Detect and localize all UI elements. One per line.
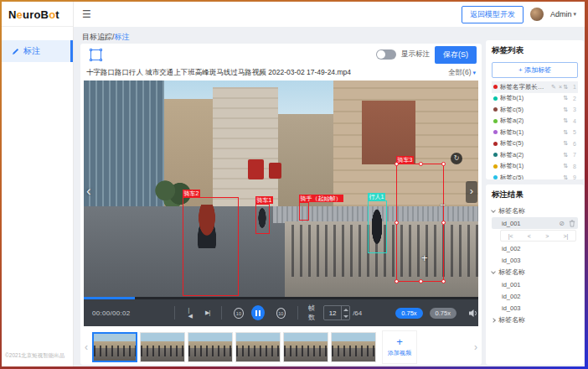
filmstrip-left-chevron[interactable]: ‹: [80, 341, 92, 353]
label-index: 5: [570, 129, 576, 135]
result-id: id_002: [502, 293, 521, 300]
chevron-down-icon: ▾: [472, 70, 476, 76]
stepper-down-icon[interactable]: [342, 313, 349, 320]
filmstrip-right-chevron[interactable]: ›: [470, 341, 482, 353]
video-thumbnail[interactable]: [188, 332, 233, 362]
frame-number-input[interactable]: [324, 306, 341, 320]
save-button[interactable]: 保存(S): [435, 46, 477, 64]
prev-frame-chevron[interactable]: ‹: [86, 183, 91, 200]
sort-icon[interactable]: ⇅: [563, 117, 568, 124]
video-thumbnail[interactable]: [235, 332, 281, 362]
bbox-rider-start-frame[interactable]: 骑手（起始帧）: [299, 202, 309, 221]
collapse-menu-icon[interactable]: ☰: [82, 8, 91, 20]
resize-handle[interactable]: [441, 279, 446, 283]
resize-handle[interactable]: [419, 279, 423, 283]
chevron-down-icon: [491, 269, 496, 274]
resize-handle[interactable]: [395, 162, 399, 166]
back-to-model-dev-button[interactable]: 返回模型开发: [462, 6, 524, 23]
pause-button[interactable]: [251, 305, 265, 320]
video-thumbnail[interactable]: [140, 332, 185, 362]
sort-icon[interactable]: ⇅: [563, 107, 568, 113]
volume-icon[interactable]: [468, 309, 478, 318]
video-frame[interactable]: 骑车2 骑车1 骑手（起始帧） 行人1 骑车3: [84, 81, 478, 299]
prev-frame-button[interactable]: |◀: [188, 307, 192, 320]
stepper-up-icon[interactable]: [342, 306, 349, 313]
user-menu[interactable]: Admin▾: [550, 10, 576, 18]
frames-label: 帧数: [308, 304, 320, 322]
pager-prev-icon[interactable]: <: [526, 233, 533, 239]
result-group-header[interactable]: 标签名称: [492, 314, 578, 326]
label-row[interactable]: 标签c(5) ⇅ 6: [492, 138, 578, 150]
label-list-panel: 标签列表 + 添加标签 标签名字最长数... ✎ × ⇅ 1 标签b(1) ⇅ …: [486, 40, 584, 179]
result-item[interactable]: id_002: [492, 242, 578, 254]
pager-next-icon[interactable]: >: [544, 233, 550, 239]
video-thumbnail[interactable]: [283, 332, 328, 362]
logo-text: uro: [23, 8, 41, 21]
result-item[interactable]: id_003: [492, 254, 578, 266]
add-label-button[interactable]: + 添加标签: [492, 62, 578, 78]
plus-icon: +: [396, 337, 403, 347]
result-group-header[interactable]: 标签名称: [492, 266, 578, 278]
resize-handle[interactable]: [441, 221, 446, 225]
sort-icon[interactable]: ⇅: [563, 163, 568, 169]
video-thumbnail[interactable]: [92, 332, 137, 362]
forward-10-icon[interactable]: 10: [276, 308, 286, 319]
next-frame-button[interactable]: ▶|: [205, 309, 209, 316]
speed-pill-muted[interactable]: 0.75x: [430, 308, 456, 319]
show-annotations-toggle[interactable]: [376, 49, 396, 60]
label-row[interactable]: 标签c(5) ⇅ 3: [492, 104, 578, 116]
resize-handle[interactable]: [395, 279, 399, 283]
result-item[interactable]: id_001: [492, 278, 578, 290]
result-group-header[interactable]: 标签名称: [492, 205, 578, 217]
hide-icon[interactable]: ⊘: [559, 220, 565, 227]
result-item[interactable]: id_002: [492, 290, 578, 302]
label-row[interactable]: 标签名字最长数... ✎ × ⇅ 1: [492, 81, 578, 93]
rect-select-tool-icon[interactable]: [90, 49, 101, 60]
video-thumbnail[interactable]: [331, 332, 376, 362]
toolbar-right: 显示标注 保存(S): [376, 46, 477, 64]
sort-icon[interactable]: ⇅: [563, 152, 568, 159]
result-item[interactable]: id_003: [492, 302, 578, 314]
label-row[interactable]: 标签a(2) ⇅ 7: [492, 149, 578, 161]
label-list-title: 标签列表: [492, 45, 578, 56]
sort-icon[interactable]: ⇅: [563, 174, 568, 179]
add-video-button[interactable]: + 添加视频: [382, 330, 417, 364]
label-row[interactable]: 标签c(5) ⇅ 9: [492, 172, 578, 179]
label-row[interactable]: 标签b(1) ⇅ 8: [492, 161, 578, 173]
next-frame-chevron[interactable]: ›: [466, 181, 477, 203]
sidebar-item-annotate[interactable]: 标注: [2, 40, 73, 62]
bbox-cyclist-1[interactable]: 骑车1: [255, 204, 270, 234]
label-row[interactable]: 标签b(1) ⇅ 2: [492, 93, 578, 105]
avatar[interactable]: [530, 8, 544, 21]
speed-pill-active[interactable]: 0.75x: [395, 308, 422, 319]
label-row[interactable]: 标签b(1) ⇅ 5: [492, 127, 578, 138]
rewind-10-icon[interactable]: 10: [234, 308, 244, 319]
pager-last-icon[interactable]: >|: [561, 233, 570, 239]
scene-bus: [248, 159, 264, 179]
logo-text: e: [17, 8, 23, 21]
resize-handle[interactable]: [441, 162, 446, 166]
bbox-cyclist-3-selected[interactable]: 骑车3: [396, 164, 444, 282]
resize-handle[interactable]: [419, 162, 423, 166]
results-title: 标注结果: [492, 190, 578, 200]
filter-dropdown[interactable]: 全部(6)▾: [448, 68, 476, 78]
trash-icon[interactable]: [569, 220, 575, 227]
bbox-pedestrian-1[interactable]: 行人1: [368, 200, 387, 253]
sort-icon[interactable]: ⇅: [563, 129, 568, 136]
app-logo: NeuroBot: [2, 2, 73, 27]
scene-building: [213, 87, 278, 208]
sort-icon[interactable]: ⇅: [563, 140, 568, 147]
track-pager: |< < > >|: [500, 230, 576, 242]
edit-icon[interactable]: ✎: [551, 84, 556, 91]
bbox-cyclist-2[interactable]: 骑车2: [183, 197, 239, 296]
label-row[interactable]: 标签a(2) ⇅ 4: [492, 116, 578, 127]
bbox-label: 行人1: [368, 193, 386, 200]
sort-icon[interactable]: ⇅: [563, 95, 568, 101]
pager-first-icon[interactable]: |<: [507, 233, 515, 239]
rotate-icon[interactable]: ↻: [451, 153, 462, 164]
resize-handle[interactable]: [395, 221, 399, 225]
result-item[interactable]: id_001 ⊘: [492, 217, 578, 229]
breadcrumb-parent[interactable]: 目标追踪: [82, 33, 112, 41]
close-icon[interactable]: ×: [559, 84, 562, 90]
sort-icon[interactable]: ⇅: [563, 84, 568, 91]
